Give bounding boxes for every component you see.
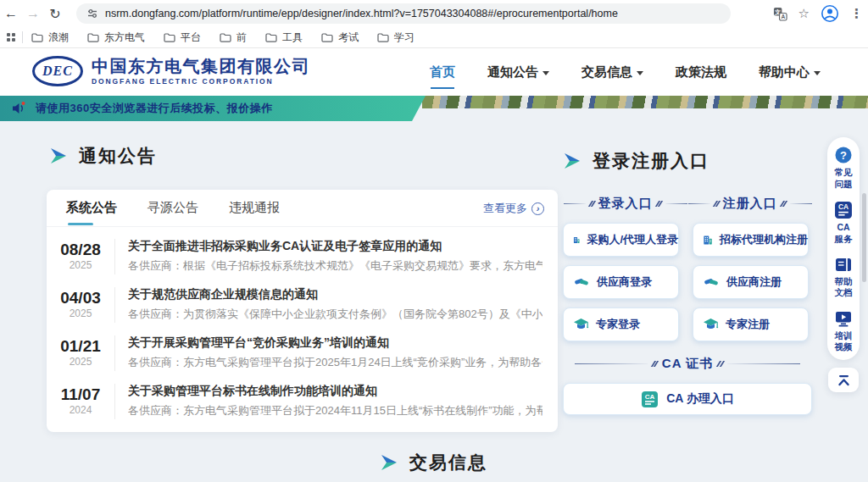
decor-line [688, 203, 710, 205]
help-docs-shortcut[interactable]: 帮助文档 [833, 257, 854, 299]
bookmark-label: 前 [236, 30, 247, 45]
notice-date-year: 2025 [47, 356, 114, 369]
list-item[interactable]: 01/21 2025 关于开展采购管理平台“竞价采购业务”培训的通知 各供应商：… [47, 329, 558, 377]
main-nav: 首页 通知公告 交易信息 政策法规 帮助中心 [430, 48, 821, 96]
supplier-login-button[interactable]: 供应商登录 [563, 265, 679, 299]
training-videos-shortcut[interactable]: 培训视频 [833, 310, 854, 353]
view-more-link[interactable]: 查看更多 › [483, 190, 544, 227]
browser-menu-icon[interactable]: ⋮ [850, 6, 863, 21]
notice-summary: 各供应商：根据《电子招标投标系统技术规范》《电子采购交易规范》要求，东方电气采购… [128, 258, 542, 274]
purchaser-agent-login-button[interactable]: 采购人/代理人登录 [563, 223, 679, 257]
nav-label: 首页 [430, 64, 455, 80]
nav-item-notices[interactable]: 通知公告 [487, 59, 549, 86]
bookmark-folder[interactable]: 东方电气 [87, 30, 145, 45]
section-heading: 通知公告 [79, 144, 157, 168]
bid-agency-register-button[interactable]: 招标代理机构注册 [693, 223, 809, 257]
decor-line [575, 363, 648, 365]
bookmark-star-icon[interactable]: ☆ [798, 6, 810, 21]
bookmark-folder[interactable]: 浪潮 [31, 30, 69, 45]
translate-icon[interactable]: 文 A [773, 7, 787, 21]
bookmarks-separator [22, 31, 23, 43]
decor-line [790, 203, 812, 205]
ca-cert-header: CA 证书 [563, 356, 812, 372]
chevron-down-icon [637, 71, 643, 75]
nav-item-help-center[interactable]: 帮助中心 [759, 59, 821, 86]
notice-date-year: 2024 [47, 404, 114, 418]
video-icon [834, 310, 853, 328]
notice-date: 08/28 2025 [47, 239, 115, 274]
nav-item-trade-info[interactable]: 交易信息 [581, 59, 643, 86]
nav-label: 政策法规 [676, 64, 726, 80]
quickbar-label: 帮助文档 [833, 276, 854, 299]
expert-login-button[interactable]: 专家登录 [563, 307, 679, 341]
company-name-en: DONGFANG ELECTRIC CORPORATION [92, 77, 310, 86]
handshake-icon [573, 276, 590, 289]
tab-violation-reports[interactable]: 违规通报 [229, 191, 280, 225]
tab-sourcing-notices[interactable]: 寻源公告 [147, 191, 198, 225]
quick-access-bar: ? 常见问题 CA CA服务 帮助文档 [827, 137, 860, 360]
folder-icon [377, 33, 389, 42]
list-item[interactable]: 04/03 2025 关于规范供应商企业规模信息的通知 各供应商：为贯彻落实《保… [47, 280, 558, 329]
faq-shortcut[interactable]: ? 常见问题 [833, 146, 854, 190]
announcement-ribbon: 请使用360安全浏览器进行后续投标、报价操作 [0, 96, 426, 121]
nav-label: 帮助中心 [759, 64, 810, 80]
tab-system-notices[interactable]: 系统公告 [66, 191, 117, 225]
svg-text:CA: CA [645, 393, 655, 401]
bookmark-label: 浪潮 [48, 30, 69, 45]
reload-icon[interactable]: ↻ [44, 6, 66, 22]
apps-grid-icon[interactable] [7, 33, 15, 42]
expert-register-button[interactable]: 专家注册 [693, 307, 809, 341]
bookmark-folder[interactable]: 工具 [265, 30, 303, 45]
notice-date: 01/21 2025 [47, 335, 115, 371]
ca-header-label: CA 证书 [662, 356, 713, 372]
ca-entry-button[interactable]: CA CA 办理入口 [563, 383, 812, 415]
building-icon [703, 233, 713, 247]
building-icon [573, 233, 580, 247]
nav-item-home[interactable]: 首页 [430, 59, 455, 86]
register-header-label: 注册入口 [723, 196, 777, 212]
url-bar[interactable]: nsrm.dongfang.com/platform/runtime/epp/d… [76, 3, 731, 24]
collapse-quickbar-button[interactable] [828, 368, 859, 392]
notice-body: 关于采购管理平台标书在线制作功能培训的通知 各供应商：东方电气采购管理平台拟于2… [115, 384, 558, 418]
button-label: 供应商注册 [726, 274, 782, 290]
list-item[interactable]: 11/07 2024 关于采购管理平台标书在线制作功能培训的通知 各供应商：东方… [47, 377, 558, 425]
forward-icon[interactable]: → [22, 6, 44, 21]
notice-title: 关于开展采购管理平台“竞价采购业务”培训的通知 [128, 335, 542, 351]
bookmark-folder[interactable]: 前 [220, 30, 247, 45]
nav-item-policies[interactable]: 政策法规 [676, 59, 726, 86]
button-label: 专家注册 [726, 317, 770, 332]
bookmark-folder[interactable]: 学习 [377, 30, 415, 45]
register-entry-header: 注册入口 [687, 196, 812, 212]
section-heading: 登录注册入口 [593, 149, 709, 173]
toolbar-actions: 文 A ☆ ⋮ [773, 0, 863, 27]
list-item[interactable]: 08/28 2025 关于全面推进非招标采购业务CA认证及电子签章应用的通知 各… [47, 232, 558, 280]
button-label: 供应商登录 [597, 274, 652, 290]
ca-badge-icon: CA [641, 391, 659, 408]
bookmark-folder[interactable]: 考试 [321, 30, 359, 45]
notice-list: 08/28 2025 关于全面推进非招标采购业务CA认证及电子签章应用的通知 各… [47, 227, 558, 425]
notice-summary: 各供应商：东方电气采购管理平台拟于2025年1月24日上线“竞价采购”业务，为帮… [128, 355, 542, 370]
bookmark-folder[interactable]: 平台 [164, 30, 201, 45]
speaker-icon [12, 102, 27, 115]
scrollbar-thumb[interactable] [862, 193, 866, 282]
document-icon [834, 257, 853, 274]
site-settings-icon[interactable] [86, 8, 98, 19]
company-logo[interactable]: DEC 中国东方电气集团有限公司 DONGFANG ELECTRIC CORPO… [32, 56, 310, 86]
button-label: 专家登录 [596, 317, 640, 332]
quickbar-label: CA服务 [833, 222, 854, 245]
bookmark-label: 工具 [282, 30, 303, 45]
button-label: 招标代理机构注册 [720, 232, 808, 247]
ca-service-shortcut[interactable]: CA CA服务 [833, 201, 854, 245]
profile-icon[interactable] [821, 4, 839, 23]
svg-text:CA: CA [838, 203, 849, 212]
supplier-register-button[interactable]: 供应商注册 [693, 265, 809, 299]
decor-line [727, 363, 800, 365]
back-icon[interactable]: ← [0, 6, 22, 21]
folder-icon [31, 33, 43, 42]
notice-date-md: 04/03 [47, 289, 114, 307]
login-section-title: 登录注册入口 [563, 149, 812, 173]
site-header: DEC 中国东方电气集团有限公司 DONGFANG ELECTRIC CORPO… [0, 48, 868, 96]
folder-icon [265, 33, 277, 42]
svg-text:A: A [781, 14, 785, 19]
chevron-down-icon [542, 71, 549, 75]
